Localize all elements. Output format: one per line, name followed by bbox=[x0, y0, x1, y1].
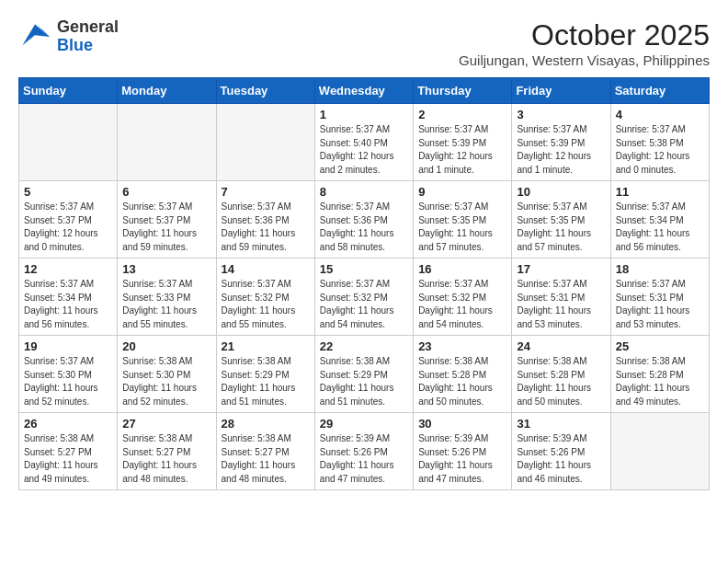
day-info: Sunrise: 5:39 AMSunset: 5:26 PMDaylight:… bbox=[320, 432, 408, 486]
day-info: Sunrise: 5:37 AMSunset: 5:36 PMDaylight:… bbox=[320, 201, 408, 254]
calendar-day-cell: 5Sunrise: 5:37 AMSunset: 5:37 PMDaylight… bbox=[19, 181, 118, 259]
calendar-day-cell: 21Sunrise: 5:38 AMSunset: 5:29 PMDayligh… bbox=[216, 336, 314, 413]
weekday-header-cell: Friday bbox=[512, 78, 610, 104]
title-section: October 2025 Guiljungan, Western Visayas… bbox=[459, 18, 710, 68]
day-number: 18 bbox=[616, 262, 704, 276]
day-info: Sunrise: 5:38 AMSunset: 5:28 PMDaylight:… bbox=[616, 355, 704, 408]
day-info: Sunrise: 5:37 AMSunset: 5:37 PMDaylight:… bbox=[122, 201, 210, 254]
calendar-day-cell: 30Sunrise: 5:39 AMSunset: 5:26 PMDayligh… bbox=[414, 413, 512, 490]
calendar-day-cell: 2Sunrise: 5:37 AMSunset: 5:39 PMDaylight… bbox=[414, 104, 512, 181]
day-info: Sunrise: 5:37 AMSunset: 5:32 PMDaylight:… bbox=[418, 278, 506, 331]
day-info: Sunrise: 5:37 AMSunset: 5:34 PMDaylight:… bbox=[616, 201, 704, 254]
day-number: 16 bbox=[418, 262, 506, 276]
day-info: Sunrise: 5:37 AMSunset: 5:32 PMDaylight:… bbox=[320, 278, 408, 331]
day-number: 29 bbox=[320, 417, 408, 431]
calendar-day-cell: 17Sunrise: 5:37 AMSunset: 5:31 PMDayligh… bbox=[512, 259, 610, 336]
calendar-day-cell: 12Sunrise: 5:37 AMSunset: 5:34 PMDayligh… bbox=[19, 259, 118, 336]
day-number: 17 bbox=[517, 262, 605, 276]
day-info: Sunrise: 5:37 AMSunset: 5:32 PMDaylight:… bbox=[222, 278, 310, 331]
day-info: Sunrise: 5:39 AMSunset: 5:26 PMDaylight:… bbox=[517, 432, 605, 486]
day-info: Sunrise: 5:37 AMSunset: 5:40 PMDaylight:… bbox=[320, 123, 408, 177]
calendar-day-cell: 19Sunrise: 5:37 AMSunset: 5:30 PMDayligh… bbox=[19, 336, 118, 413]
calendar-day-cell: 18Sunrise: 5:37 AMSunset: 5:31 PMDayligh… bbox=[610, 259, 709, 336]
weekday-header-cell: Monday bbox=[118, 78, 216, 104]
calendar-day-cell: 14Sunrise: 5:37 AMSunset: 5:32 PMDayligh… bbox=[216, 259, 314, 336]
day-number: 19 bbox=[24, 339, 112, 353]
calendar-day-cell bbox=[610, 413, 709, 490]
calendar-day-cell: 16Sunrise: 5:37 AMSunset: 5:32 PMDayligh… bbox=[414, 259, 512, 336]
calendar-day-cell: 23Sunrise: 5:38 AMSunset: 5:28 PMDayligh… bbox=[414, 336, 512, 413]
day-number: 4 bbox=[616, 108, 704, 121]
day-info: Sunrise: 5:38 AMSunset: 5:29 PMDaylight:… bbox=[320, 355, 408, 408]
calendar-day-cell: 10Sunrise: 5:37 AMSunset: 5:35 PMDayligh… bbox=[512, 181, 610, 259]
calendar-day-cell: 9Sunrise: 5:37 AMSunset: 5:35 PMDaylight… bbox=[414, 181, 512, 259]
day-number: 5 bbox=[24, 185, 112, 199]
day-number: 6 bbox=[122, 185, 210, 199]
calendar-day-cell: 3Sunrise: 5:37 AMSunset: 5:39 PMDaylight… bbox=[512, 104, 610, 181]
calendar-day-cell: 15Sunrise: 5:37 AMSunset: 5:32 PMDayligh… bbox=[314, 259, 413, 336]
header: General Blue October 2025 Guiljungan, We… bbox=[18, 18, 710, 68]
day-number: 31 bbox=[517, 417, 605, 431]
calendar-week-row: 26Sunrise: 5:38 AMSunset: 5:27 PMDayligh… bbox=[19, 413, 710, 490]
day-info: Sunrise: 5:37 AMSunset: 5:35 PMDaylight:… bbox=[418, 201, 506, 254]
calendar-day-cell: 6Sunrise: 5:37 AMSunset: 5:37 PMDaylight… bbox=[118, 181, 216, 259]
day-number: 24 bbox=[517, 339, 605, 353]
calendar-body: 1Sunrise: 5:37 AMSunset: 5:40 PMDaylight… bbox=[19, 104, 710, 490]
calendar-day-cell: 26Sunrise: 5:38 AMSunset: 5:27 PMDayligh… bbox=[19, 413, 118, 490]
day-number: 20 bbox=[122, 339, 210, 353]
day-info: Sunrise: 5:37 AMSunset: 5:37 PMDaylight:… bbox=[24, 201, 112, 254]
day-number: 1 bbox=[320, 108, 408, 121]
calendar-day-cell bbox=[216, 104, 314, 181]
calendar-day-cell: 31Sunrise: 5:39 AMSunset: 5:26 PMDayligh… bbox=[512, 413, 610, 490]
day-number: 21 bbox=[222, 339, 310, 353]
day-number: 30 bbox=[418, 417, 506, 431]
day-info: Sunrise: 5:38 AMSunset: 5:28 PMDaylight:… bbox=[418, 355, 506, 408]
day-number: 27 bbox=[122, 417, 210, 431]
weekday-header-cell: Saturday bbox=[610, 78, 709, 104]
calendar-day-cell: 20Sunrise: 5:38 AMSunset: 5:30 PMDayligh… bbox=[118, 336, 216, 413]
day-info: Sunrise: 5:37 AMSunset: 5:39 PMDaylight:… bbox=[418, 123, 506, 177]
logo-blue-text: Blue bbox=[57, 36, 93, 54]
day-info: Sunrise: 5:37 AMSunset: 5:35 PMDaylight:… bbox=[517, 201, 605, 254]
logo-icon bbox=[18, 20, 51, 53]
location-title: Guiljungan, Western Visayas, Philippines bbox=[459, 52, 710, 68]
calendar: SundayMondayTuesdayWednesdayThursdayFrid… bbox=[18, 77, 710, 490]
month-title: October 2025 bbox=[459, 18, 710, 52]
calendar-day-cell: 22Sunrise: 5:38 AMSunset: 5:29 PMDayligh… bbox=[314, 336, 413, 413]
day-info: Sunrise: 5:38 AMSunset: 5:27 PMDaylight:… bbox=[24, 432, 112, 486]
day-number: 23 bbox=[418, 339, 506, 353]
day-info: Sunrise: 5:37 AMSunset: 5:34 PMDaylight:… bbox=[24, 278, 112, 331]
calendar-week-row: 19Sunrise: 5:37 AMSunset: 5:30 PMDayligh… bbox=[19, 336, 710, 413]
calendar-day-cell: 28Sunrise: 5:38 AMSunset: 5:27 PMDayligh… bbox=[216, 413, 314, 490]
calendar-day-cell bbox=[19, 104, 118, 181]
weekday-header-row: SundayMondayTuesdayWednesdayThursdayFrid… bbox=[19, 78, 710, 104]
day-number: 8 bbox=[320, 185, 408, 199]
weekday-header-cell: Sunday bbox=[19, 78, 118, 104]
day-number: 2 bbox=[418, 108, 506, 121]
logo: General Blue bbox=[18, 18, 119, 55]
calendar-day-cell: 29Sunrise: 5:39 AMSunset: 5:26 PMDayligh… bbox=[314, 413, 413, 490]
day-number: 12 bbox=[24, 262, 112, 276]
day-number: 15 bbox=[320, 262, 408, 276]
day-info: Sunrise: 5:38 AMSunset: 5:30 PMDaylight:… bbox=[122, 355, 210, 408]
calendar-week-row: 5Sunrise: 5:37 AMSunset: 5:37 PMDaylight… bbox=[19, 181, 710, 259]
svg-marker-0 bbox=[23, 24, 51, 45]
weekday-header-cell: Wednesday bbox=[314, 78, 413, 104]
calendar-day-cell: 8Sunrise: 5:37 AMSunset: 5:36 PMDaylight… bbox=[314, 181, 413, 259]
day-info: Sunrise: 5:37 AMSunset: 5:31 PMDaylight:… bbox=[517, 278, 605, 331]
day-info: Sunrise: 5:37 AMSunset: 5:30 PMDaylight:… bbox=[24, 355, 112, 408]
calendar-day-cell bbox=[118, 104, 216, 181]
logo-general-text: General bbox=[57, 17, 119, 36]
calendar-day-cell: 25Sunrise: 5:38 AMSunset: 5:28 PMDayligh… bbox=[610, 336, 709, 413]
day-info: Sunrise: 5:38 AMSunset: 5:27 PMDaylight:… bbox=[222, 432, 310, 486]
calendar-day-cell: 4Sunrise: 5:37 AMSunset: 5:38 PMDaylight… bbox=[610, 104, 709, 181]
day-number: 10 bbox=[517, 185, 605, 199]
calendar-day-cell: 27Sunrise: 5:38 AMSunset: 5:27 PMDayligh… bbox=[118, 413, 216, 490]
day-number: 11 bbox=[616, 185, 704, 199]
day-number: 14 bbox=[222, 262, 310, 276]
calendar-day-cell: 24Sunrise: 5:38 AMSunset: 5:28 PMDayligh… bbox=[512, 336, 610, 413]
calendar-day-cell: 1Sunrise: 5:37 AMSunset: 5:40 PMDaylight… bbox=[314, 104, 413, 181]
day-info: Sunrise: 5:38 AMSunset: 5:27 PMDaylight:… bbox=[122, 432, 210, 486]
weekday-header-cell: Thursday bbox=[414, 78, 512, 104]
calendar-day-cell: 13Sunrise: 5:37 AMSunset: 5:33 PMDayligh… bbox=[118, 259, 216, 336]
